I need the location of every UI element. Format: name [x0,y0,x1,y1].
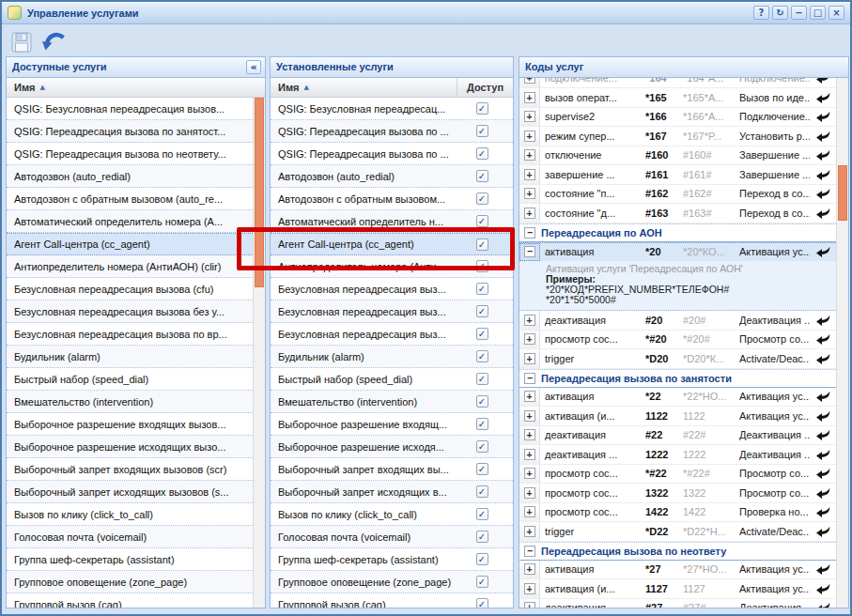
revert-button[interactable] [810,204,836,223]
service-code-row[interactable]: +режим супер...*167*167*Р...Установить р… [519,127,836,146]
code-group-header[interactable]: −Переадресация вызова по неответу [519,542,836,561]
access-checkbox[interactable]: ✓ [476,192,488,205]
service-code-row[interactable]: +завершение ...#161#161#Завершение ... [519,165,836,185]
available-column-header[interactable]: Имя ▲ [7,78,265,98]
revert-button[interactable] [810,522,836,541]
access-checkbox[interactable]: ✓ [476,328,488,340]
expand-row-icon[interactable]: + [524,333,535,345]
installed-service-item[interactable]: Будильник (alarm)✓ [271,346,513,368]
expand-row-icon[interactable]: + [524,526,535,537]
service-code-row[interactable]: +просмотр сос...13221322Просмотр со... [519,484,836,503]
revert-button[interactable] [810,243,836,262]
installed-service-item[interactable]: Выборочное разрешение входящ...✓ [271,413,513,436]
service-code-row[interactable]: +деактивация#20#20#Деактивация ... [519,311,836,331]
expand-row-icon[interactable]: + [524,449,535,460]
service-list-item[interactable]: Безусловная переадресация вызова (cfu) [7,278,253,300]
access-checkbox[interactable]: ✓ [476,215,488,227]
revert-button[interactable] [810,561,836,579]
installed-service-item[interactable]: Агент Call-центра (cc_agent)✓ [271,233,513,255]
refresh-button[interactable]: ↻ [772,6,788,20]
access-checkbox[interactable]: ✓ [476,395,488,408]
revert-button[interactable] [810,484,836,502]
access-checkbox[interactable]: ✓ [476,418,488,430]
service-code-row[interactable]: +trigger*D20*D20*К...Activate/Deac... [519,349,836,369]
save-button[interactable] [9,30,34,54]
installed-service-item[interactable]: Автодозвон (auto_redial)✓ [271,165,513,188]
service-list-item[interactable]: Групповой вызов (cag) [7,593,253,608]
service-list-item[interactable]: Будильник (alarm) [7,346,253,368]
revert-button[interactable] [810,503,836,522]
group-collapse-icon[interactable]: − [524,546,535,557]
expand-row-icon[interactable]: + [524,111,535,122]
service-code-row[interactable]: +активация*27*27*НО...Активация ус... [519,561,836,580]
service-list-item[interactable]: Группа шеф-секретарь (assistant) [7,548,253,571]
access-checkbox[interactable]: ✓ [476,531,488,543]
service-code-row[interactable]: −активация*20*20*КО...Активация ус... [519,242,836,262]
service-list-item[interactable]: Выборочный запрет входящих вызовов (scr) [7,458,253,481]
revert-button[interactable] [810,127,836,146]
installed-service-item[interactable]: Антиопределитель номера (Анти...✓ [271,255,513,278]
service-list-item[interactable]: Выборочный запрет исходящих вызовов (s..… [7,481,253,503]
revert-button[interactable] [810,185,836,204]
available-scrollbar[interactable] [253,98,265,608]
codes-scrollbar[interactable] [836,78,848,608]
installed-service-item[interactable]: QSIG: Переадресация вызова по ...✓ [271,120,513,143]
code-group-header[interactable]: −Переадресация по АОН [519,223,836,242]
revert-button[interactable] [810,146,836,165]
installed-service-item[interactable]: Голосовая почта (voicemail)✓ [271,526,513,548]
revert-button[interactable] [810,407,836,425]
service-list-item[interactable]: Выборочное разрешение входящих вызов... [7,413,253,436]
panel-collapse-button[interactable]: « [246,60,261,74]
installed-service-item[interactable]: Быстрый набор (speed_dial)✓ [271,368,513,391]
revert-button[interactable] [810,311,836,330]
access-checkbox[interactable]: ✓ [476,576,488,588]
service-list-item[interactable]: Быстрый набор (speed_dial) [7,368,253,391]
service-code-row[interactable]: +подключение...*164*164*А...Подключение.… [519,78,836,88]
access-checkbox[interactable]: ✓ [476,305,488,317]
service-list-item[interactable]: Автоматический определитель номера (А... [7,210,253,233]
installed-service-item[interactable]: Безусловная переадресация выз...✓ [271,300,513,323]
service-code-row[interactable]: +supervise2*166*166*А...Подключение... [519,108,836,128]
expand-row-icon[interactable]: + [524,410,535,422]
service-code-row[interactable]: +активация (и...11221122Активация ус... [519,407,836,426]
service-code-row[interactable]: +просмотр сос...14221422Проверка но... [519,503,836,523]
service-list-item[interactable]: Безусловная переадресация вызова без у..… [7,300,253,323]
expand-row-icon[interactable]: + [524,468,535,479]
installed-service-item[interactable]: Безусловная переадресация выз...✓ [271,323,513,346]
expand-row-icon[interactable]: + [524,506,535,517]
service-list-item[interactable]: Антиопределитель номера (АнтиАОН) (clir) [7,255,253,278]
service-code-row[interactable]: +деактивация#22#22#Деактивация ... [519,426,836,446]
revert-button[interactable] [810,465,836,484]
service-code-row[interactable]: +состояние "п...#162#162#Переход в со... [519,185,836,205]
service-code-row[interactable]: +просмотр сос...*#22*#22#Просмотр со... [519,465,836,485]
minimize-button[interactable]: − [791,6,807,20]
expand-row-icon[interactable]: + [524,391,535,402]
access-checkbox[interactable]: ✓ [476,553,488,565]
service-list-item[interactable]: Агент Call-центра (cc_agent) [7,233,253,255]
service-code-row[interactable]: +активация (и...11271127Активация ус... [519,579,836,599]
expand-row-icon[interactable]: + [524,78,535,84]
expand-row-icon[interactable]: + [524,169,535,180]
access-checkbox[interactable]: ✓ [476,440,488,453]
revert-button[interactable] [810,349,836,368]
service-list-item[interactable]: QSIG: Переадресация вызова по занятост..… [7,120,253,143]
installed-service-item[interactable]: Вмешательство (intervention)✓ [271,391,513,413]
revert-button[interactable] [810,426,836,445]
revert-button[interactable] [810,579,836,598]
installed-service-item[interactable]: QSIG: Переадресация вызова по ...✓ [271,143,513,165]
access-checkbox[interactable]: ✓ [476,125,488,137]
close-button[interactable]: × [829,6,844,20]
service-code-row[interactable]: +деактивация ...12221222Деактивация ... [519,445,836,465]
expand-row-icon[interactable]: + [524,131,535,142]
installed-service-item[interactable]: QSIG: Безусловная переадресац...✓ [271,98,513,120]
collapse-row-icon[interactable]: − [524,246,535,257]
installed-service-item[interactable]: Автодозвон с обратным вызовом...✓ [271,188,513,210]
access-checkbox[interactable]: ✓ [476,102,488,115]
codes-scrollbar-thumb[interactable] [838,165,847,221]
expand-row-icon[interactable]: + [524,583,535,594]
service-code-row[interactable]: +trigger*D22*D22*Н...Activate/Deac... [519,522,836,542]
expand-row-icon[interactable]: + [524,429,535,440]
undo-button[interactable] [42,30,67,54]
access-checkbox[interactable]: ✓ [476,283,488,295]
service-list-item[interactable]: Голосовая почта (voicemail) [7,526,253,548]
